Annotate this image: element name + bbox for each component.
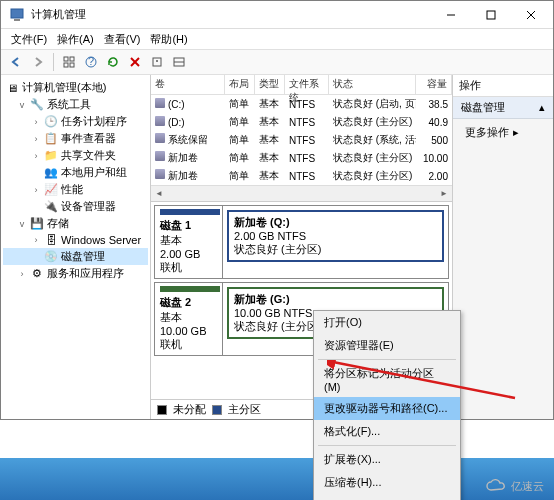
context-item: 添加镜像(A)...: [314, 494, 460, 500]
svg-rect-8: [64, 63, 68, 67]
tree-storage[interactable]: v💾存储: [3, 215, 148, 232]
disk-color-swatch: [160, 286, 220, 292]
horizontal-scrollbar[interactable]: ◄►: [151, 185, 452, 201]
context-item[interactable]: 资源管理器(E): [314, 334, 460, 357]
window-title: 计算机管理: [31, 7, 431, 22]
col-fs[interactable]: 文件系统: [285, 75, 329, 94]
computer-icon: 🖥: [5, 81, 19, 95]
disk-icon: 💿: [44, 250, 58, 264]
legend-primary-swatch: [212, 405, 222, 415]
tree-event-viewer[interactable]: ›📋事件查看器: [3, 130, 148, 147]
volume-row[interactable]: 新加卷简单基本NTFS状态良好 (主分区)10.00: [151, 149, 452, 167]
app-icon: [9, 7, 25, 23]
users-icon: 👥: [44, 166, 58, 180]
col-capacity[interactable]: 容量: [416, 75, 452, 94]
expand-icon[interactable]: ›: [31, 117, 41, 127]
disk-2-info[interactable]: 磁盘 2 基本 10.00 GB 联机: [155, 283, 223, 355]
watermark: 亿速云: [485, 478, 544, 494]
actions-header: 操作: [453, 75, 553, 97]
maximize-button[interactable]: [471, 2, 511, 28]
section-collapse-icon[interactable]: ▴: [539, 101, 545, 114]
col-volume[interactable]: 卷: [151, 75, 225, 94]
legend-primary-label: 主分区: [228, 402, 261, 417]
folder-icon: 📁: [44, 149, 58, 163]
svg-rect-3: [487, 11, 495, 19]
col-type[interactable]: 类型: [255, 75, 285, 94]
titlebar[interactable]: 计算机管理: [1, 1, 553, 29]
menu-action[interactable]: 操作(A): [53, 31, 98, 48]
close-button[interactable]: [511, 2, 551, 28]
col-status[interactable]: 状态: [329, 75, 416, 94]
disk-row-1[interactable]: 磁盘 1 基本 2.00 GB 联机 新加卷 (Q:) 2.00 GB NTFS…: [154, 205, 449, 279]
svg-rect-9: [70, 63, 74, 67]
tree-disk-management[interactable]: 💿磁盘管理: [3, 248, 148, 265]
svg-point-15: [156, 60, 158, 62]
forward-button[interactable]: [29, 53, 47, 71]
tree-services-apps[interactable]: ›⚙服务和应用程序: [3, 265, 148, 282]
expand-icon[interactable]: ›: [31, 151, 41, 161]
col-layout[interactable]: 布局: [225, 75, 255, 94]
collapse-icon[interactable]: v: [17, 100, 27, 110]
tree-performance[interactable]: ›📈性能: [3, 181, 148, 198]
svg-text:?: ?: [88, 56, 94, 67]
disk-1-info[interactable]: 磁盘 1 基本 2.00 GB 联机: [155, 206, 223, 278]
clock-icon: 🕒: [44, 115, 58, 129]
event-icon: 📋: [44, 132, 58, 146]
volume-row[interactable]: (C:)简单基本NTFS状态良好 (启动, 页面文件, 故障转储, 主分区)38…: [151, 95, 452, 113]
expand-icon[interactable]: ›: [17, 269, 27, 279]
legend-unallocated-swatch: [157, 405, 167, 415]
menu-view[interactable]: 查看(V): [100, 31, 145, 48]
menu-file[interactable]: 文件(F): [7, 31, 51, 48]
svg-rect-7: [70, 57, 74, 61]
tree-shared-folders[interactable]: ›📁共享文件夹: [3, 147, 148, 164]
volume-row[interactable]: 新加卷简单基本NTFS状态良好 (主分区)2.00: [151, 167, 452, 185]
volume-list[interactable]: 卷 布局 类型 文件系统 状态 容量 (C:)简单基本NTFS状态良好 (启动,…: [151, 75, 452, 202]
more-actions-link[interactable]: 更多操作▸: [453, 119, 553, 146]
storage-icon: 💾: [30, 217, 44, 231]
context-item[interactable]: 更改驱动器号和路径(C)...: [314, 397, 460, 420]
menu-help[interactable]: 帮助(H): [146, 31, 191, 48]
context-item[interactable]: 打开(O): [314, 311, 460, 334]
svg-rect-0: [11, 9, 23, 18]
expand-icon[interactable]: ›: [31, 134, 41, 144]
delete-button[interactable]: [126, 53, 144, 71]
svg-rect-6: [64, 57, 68, 61]
perf-icon: 📈: [44, 183, 58, 197]
tree-local-users[interactable]: 👥本地用户和组: [3, 164, 148, 181]
context-item[interactable]: 压缩卷(H)...: [314, 471, 460, 494]
tree-system-tools[interactable]: v🔧系统工具: [3, 96, 148, 113]
collapse-icon[interactable]: v: [17, 219, 27, 229]
expand-icon[interactable]: ›: [31, 235, 41, 245]
expand-icon[interactable]: ›: [31, 185, 41, 195]
tools-icon: 🔧: [30, 98, 44, 112]
minimize-button[interactable]: [431, 2, 471, 28]
server-icon: 🗄: [44, 233, 58, 247]
help-toolbar-button[interactable]: ?: [82, 53, 100, 71]
context-item[interactable]: 格式化(F)...: [314, 420, 460, 443]
desktop-background: [0, 458, 554, 500]
volume-row[interactable]: 系统保留简单基本NTFS状态良好 (系统, 活动, 主分区)500: [151, 131, 452, 149]
refresh-button[interactable]: [104, 53, 122, 71]
gear-icon: ⚙: [30, 267, 44, 281]
tree-root[interactable]: 🖥计算机管理(本地): [3, 79, 148, 96]
actions-pane: 操作 磁盘管理▴ 更多操作▸: [453, 75, 553, 419]
layout-button[interactable]: [170, 53, 188, 71]
chevron-right-icon: ▸: [513, 126, 519, 139]
cloud-icon: [485, 478, 507, 494]
list-header[interactable]: 卷 布局 类型 文件系统 状态 容量: [151, 75, 452, 95]
tree-device-manager[interactable]: 🔌设备管理器: [3, 198, 148, 215]
back-button[interactable]: [7, 53, 25, 71]
context-item[interactable]: 扩展卷(X)...: [314, 448, 460, 471]
actions-section[interactable]: 磁盘管理▴: [453, 97, 553, 119]
navigation-tree[interactable]: 🖥计算机管理(本地) v🔧系统工具 ›🕒任务计划程序 ›📋事件查看器 ›📁共享文…: [1, 75, 151, 419]
volume-row[interactable]: (D:)简单基本NTFS状态良好 (主分区)40.9: [151, 113, 452, 131]
context-item[interactable]: 将分区标记为活动分区(M): [314, 362, 460, 397]
properties-button[interactable]: [148, 53, 166, 71]
partition-q[interactable]: 新加卷 (Q:) 2.00 GB NTFS 状态良好 (主分区): [227, 210, 444, 262]
tree-task-scheduler[interactable]: ›🕒任务计划程序: [3, 113, 148, 130]
context-menu: 打开(O)资源管理器(E)将分区标记为活动分区(M)更改驱动器号和路径(C)..…: [313, 310, 461, 500]
view-grid-button[interactable]: [60, 53, 78, 71]
menubar: 文件(F) 操作(A) 查看(V) 帮助(H): [1, 29, 553, 49]
device-icon: 🔌: [44, 200, 58, 214]
tree-windows-server[interactable]: ›🗄Windows Server: [3, 232, 148, 248]
